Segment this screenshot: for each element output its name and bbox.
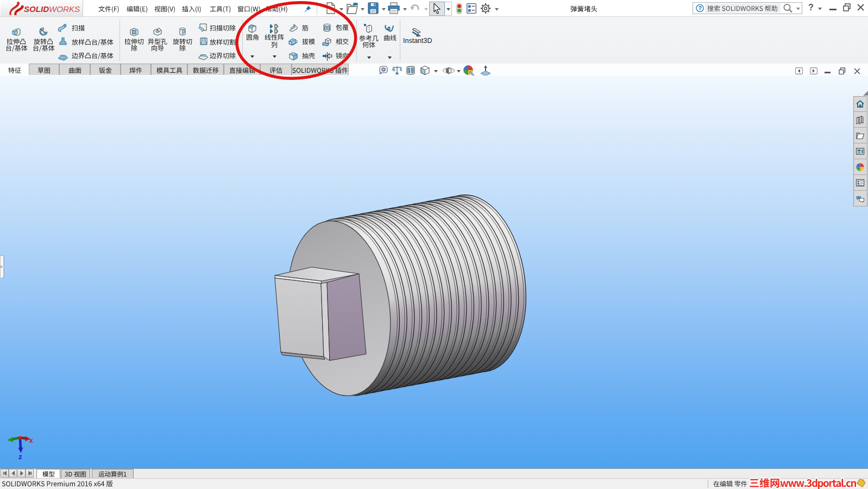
svg-text:Z: Z xyxy=(18,454,22,461)
svg-text:X: X xyxy=(29,438,33,444)
svg-text:?: ? xyxy=(698,5,702,11)
